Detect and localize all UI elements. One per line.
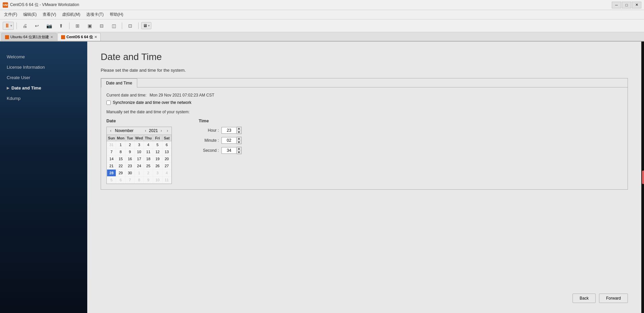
tab-centos[interactable]: CentOS 6 64 位 ✕ (57, 33, 101, 41)
menu-file[interactable]: 文件(F) (1, 11, 20, 18)
cal-day[interactable]: 7 (107, 148, 116, 155)
cal-day[interactable]: 21 (107, 163, 116, 170)
cal-day[interactable]: 2 (125, 141, 134, 148)
display-button[interactable]: 🖥 ▾ (141, 22, 151, 29)
cal-day-selected[interactable]: 28 (107, 170, 116, 177)
tab-ubuntu-close[interactable]: ✕ (50, 35, 53, 39)
menu-view[interactable]: 查看(V) (40, 11, 59, 18)
tab-panel-datetime[interactable]: Date and Time (101, 78, 137, 87)
restore-button[interactable]: ⬆ (56, 21, 66, 30)
hour-up-btn[interactable]: ▲ (237, 127, 241, 130)
cal-day[interactable]: 5 (107, 177, 116, 184)
pause-button[interactable]: ⏸ ▾ (3, 22, 14, 30)
cal-day[interactable]: 8 (135, 177, 144, 184)
sidebar-item-license[interactable]: License Information (0, 62, 87, 72)
second-up-btn[interactable]: ▲ (237, 147, 241, 150)
cal-day[interactable]: 15 (116, 155, 125, 163)
second-input[interactable] (221, 147, 237, 154)
cal-day[interactable]: 1 (116, 141, 125, 148)
cal-day[interactable]: 5 (153, 141, 162, 148)
back-button[interactable]: Back (573, 294, 596, 303)
cal-day[interactable]: 3 (153, 170, 162, 177)
cal-day[interactable]: 18 (144, 155, 153, 163)
cal-day[interactable]: 27 (162, 163, 171, 170)
layout1-button[interactable]: ⊞ (72, 21, 83, 30)
cal-week-1: 31 1 2 3 4 5 6 (107, 141, 171, 148)
print-button[interactable]: 🖨 (19, 21, 30, 30)
cal-day[interactable]: 16 (125, 155, 134, 163)
layout2-button[interactable]: ▣ (84, 21, 95, 30)
title-bar-controls: ─ □ ✕ (612, 2, 641, 8)
cal-day[interactable]: 20 (162, 155, 171, 163)
hour-input[interactable] (221, 127, 237, 134)
cal-day[interactable]: 1 (135, 170, 144, 177)
prev-year-btn[interactable]: ‹ (144, 128, 148, 133)
pause-icon: ⏸ (4, 23, 10, 29)
minute-down-btn[interactable]: ▼ (237, 140, 241, 144)
cal-day[interactable]: 31 (107, 141, 116, 148)
menu-vm[interactable]: 虚拟机(M) (59, 11, 83, 18)
next-year-btn[interactable]: › (159, 128, 163, 133)
cal-day[interactable]: 19 (153, 155, 162, 163)
cal-week-6: 5 6 7 8 9 10 11 (107, 177, 171, 184)
cal-day[interactable]: 10 (153, 177, 162, 184)
rewind-button[interactable]: ↩ (32, 21, 42, 30)
menu-edit[interactable]: 编辑(E) (20, 11, 39, 18)
close-button[interactable]: ✕ (632, 2, 641, 8)
tab-centos-close[interactable]: ✕ (94, 35, 97, 39)
sidebar-item-datetime[interactable]: ▶ Date and Time (0, 83, 87, 93)
cal-day[interactable]: 13 (162, 148, 171, 155)
menu-help[interactable]: 帮助(H) (107, 11, 126, 18)
second-label: Second : (199, 148, 219, 153)
snapshot-button[interactable]: 📷 (44, 21, 54, 30)
cal-day[interactable]: 4 (162, 170, 171, 177)
forward-button[interactable]: Forward (599, 294, 628, 303)
sync-checkbox[interactable] (106, 101, 111, 105)
cal-day[interactable]: 12 (153, 148, 162, 155)
cal-day[interactable]: 29 (116, 170, 125, 177)
main-layout: Welcome License Information Create User … (0, 42, 644, 313)
cal-day[interactable]: 10 (135, 148, 144, 155)
hour-label: Hour : (199, 128, 219, 133)
hour-down-btn[interactable]: ▼ (237, 130, 241, 134)
cal-day[interactable]: 23 (125, 163, 134, 170)
cal-day[interactable]: 9 (144, 177, 153, 184)
cal-day[interactable]: 2 (144, 170, 153, 177)
sidebar-datetime-arrow: ▶ (7, 86, 9, 90)
second-down-btn[interactable]: ▼ (237, 150, 241, 154)
cal-day[interactable]: 26 (153, 163, 162, 170)
menu-tabs[interactable]: 选项卡(T) (84, 11, 106, 18)
sidebar-item-welcome[interactable]: Welcome (0, 52, 87, 62)
sync-checkbox-row: Synchronize date and time over the netwo… (106, 100, 622, 105)
cal-day[interactable]: 9 (125, 148, 134, 155)
layout3-button[interactable]: ⊟ (96, 21, 107, 30)
cal-th-tue: Tue (125, 135, 134, 141)
cal-day[interactable]: 8 (116, 148, 125, 155)
cal-day[interactable]: 11 (162, 177, 171, 184)
cal-day[interactable]: 14 (107, 155, 116, 163)
tab-ubuntu[interactable]: Ubuntu 64 位第1次创建 ✕ (1, 33, 57, 41)
title-bar: VM CentOS 6 64 位 - VMware Workstation ─ … (0, 0, 644, 10)
cal-day[interactable]: 6 (162, 141, 171, 148)
cal-day[interactable]: 6 (116, 177, 125, 184)
cal-day[interactable]: 4 (144, 141, 153, 148)
sidebar-item-createuser[interactable]: Create User (0, 72, 87, 83)
minute-up-btn[interactable]: ▲ (237, 137, 241, 140)
minute-input[interactable] (221, 137, 237, 144)
cal-day[interactable]: 25 (144, 163, 153, 170)
minimize-button[interactable]: ─ (612, 2, 621, 8)
layout4-button[interactable]: ◫ (108, 21, 119, 30)
next-month-btn[interactable]: › (165, 128, 169, 133)
cal-day[interactable]: 7 (125, 177, 134, 184)
console-button[interactable]: ⊡ (125, 21, 136, 30)
red-scroll-handle[interactable] (642, 171, 644, 184)
maximize-button[interactable]: □ (622, 2, 631, 8)
cal-day[interactable]: 24 (135, 163, 144, 170)
prev-month-btn[interactable]: ‹ (109, 128, 113, 133)
cal-day[interactable]: 17 (135, 155, 144, 163)
cal-day[interactable]: 22 (116, 163, 125, 170)
sidebar-item-kdump[interactable]: Kdump (0, 93, 87, 104)
cal-day[interactable]: 3 (135, 141, 144, 148)
cal-day[interactable]: 11 (144, 148, 153, 155)
cal-day[interactable]: 30 (125, 170, 134, 177)
